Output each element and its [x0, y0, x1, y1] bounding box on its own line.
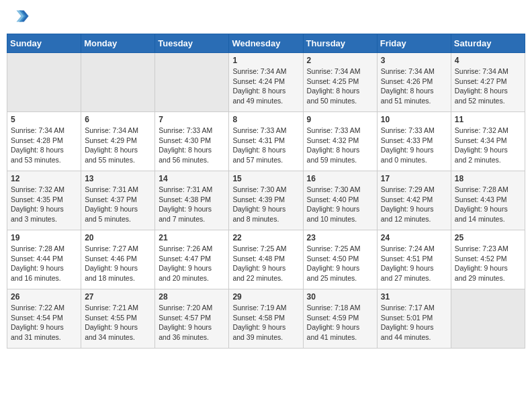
day-info: Sunrise: 7:34 AM Sunset: 4:25 PM Dayligh…	[307, 66, 373, 106]
calendar-cell: 28Sunrise: 7:20 AM Sunset: 4:57 PM Dayli…	[155, 289, 229, 349]
calendar-cell: 15Sunrise: 7:30 AM Sunset: 4:39 PM Dayli…	[229, 171, 303, 230]
calendar-cell: 1Sunrise: 7:34 AM Sunset: 4:24 PM Daylig…	[229, 53, 303, 112]
day-number: 24	[381, 233, 447, 242]
calendar-cell: 29Sunrise: 7:19 AM Sunset: 4:58 PM Dayli…	[229, 289, 303, 349]
day-number: 2	[307, 56, 373, 65]
day-info: Sunrise: 7:32 AM Sunset: 4:34 PM Dayligh…	[455, 126, 521, 165]
calendar-cell: 5Sunrise: 7:34 AM Sunset: 4:28 PM Daylig…	[7, 112, 81, 171]
weekday-header-thursday: Thursday	[303, 34, 377, 53]
day-info: Sunrise: 7:30 AM Sunset: 4:40 PM Dayligh…	[307, 185, 373, 224]
day-number: 29	[232, 292, 299, 302]
day-info: Sunrise: 7:19 AM Sunset: 4:58 PM Dayligh…	[232, 303, 299, 342]
day-info: Sunrise: 7:17 AM Sunset: 5:01 PM Dayligh…	[381, 303, 447, 342]
day-number: 8	[232, 115, 299, 124]
day-info: Sunrise: 7:28 AM Sunset: 4:43 PM Dayligh…	[455, 185, 521, 224]
calendar-cell: 16Sunrise: 7:30 AM Sunset: 4:40 PM Dayli…	[303, 171, 377, 230]
day-number: 3	[381, 56, 447, 65]
day-info: Sunrise: 7:29 AM Sunset: 4:42 PM Dayligh…	[381, 185, 447, 224]
calendar-cell: 22Sunrise: 7:25 AM Sunset: 4:48 PM Dayli…	[229, 230, 303, 289]
day-info: Sunrise: 7:31 AM Sunset: 4:38 PM Dayligh…	[159, 185, 225, 224]
calendar-cell: 9Sunrise: 7:33 AM Sunset: 4:32 PM Daylig…	[303, 112, 377, 171]
day-info: Sunrise: 7:23 AM Sunset: 4:52 PM Dayligh…	[455, 244, 521, 283]
weekday-header-wednesday: Wednesday	[229, 34, 303, 53]
day-info: Sunrise: 7:24 AM Sunset: 4:51 PM Dayligh…	[381, 244, 447, 283]
calendar-cell: 30Sunrise: 7:18 AM Sunset: 4:59 PM Dayli…	[303, 289, 377, 349]
calendar-cell	[155, 53, 229, 112]
calendar-cell: 20Sunrise: 7:27 AM Sunset: 4:46 PM Dayli…	[81, 230, 155, 289]
day-number: 7	[159, 115, 225, 124]
calendar-cell: 7Sunrise: 7:33 AM Sunset: 4:30 PM Daylig…	[155, 112, 229, 171]
day-info: Sunrise: 7:33 AM Sunset: 4:33 PM Dayligh…	[381, 126, 447, 165]
weekday-header-friday: Friday	[377, 34, 451, 53]
day-info: Sunrise: 7:32 AM Sunset: 4:35 PM Dayligh…	[11, 185, 77, 224]
day-number: 18	[455, 174, 521, 183]
day-number: 1	[232, 56, 299, 65]
calendar-cell: 25Sunrise: 7:23 AM Sunset: 4:52 PM Dayli…	[451, 230, 525, 289]
logo	[9, 7, 30, 28]
day-info: Sunrise: 7:34 AM Sunset: 4:28 PM Dayligh…	[11, 126, 77, 165]
weekday-header-saturday: Saturday	[451, 34, 525, 53]
calendar-cell: 27Sunrise: 7:21 AM Sunset: 4:55 PM Dayli…	[81, 289, 155, 349]
day-number: 27	[85, 292, 151, 302]
calendar-cell: 17Sunrise: 7:29 AM Sunset: 4:42 PM Dayli…	[377, 171, 451, 230]
day-number: 10	[381, 115, 447, 124]
calendar-cell: 6Sunrise: 7:34 AM Sunset: 4:29 PM Daylig…	[81, 112, 155, 171]
day-info: Sunrise: 7:25 AM Sunset: 4:48 PM Dayligh…	[232, 244, 299, 283]
calendar-cell: 23Sunrise: 7:25 AM Sunset: 4:50 PM Dayli…	[303, 230, 377, 289]
calendar-cell: 2Sunrise: 7:34 AM Sunset: 4:25 PM Daylig…	[303, 53, 377, 112]
page-header	[7, 7, 525, 28]
calendar-cell: 26Sunrise: 7:22 AM Sunset: 4:54 PM Dayli…	[7, 289, 81, 349]
calendar-cell: 24Sunrise: 7:24 AM Sunset: 4:51 PM Dayli…	[377, 230, 451, 289]
day-number: 14	[159, 174, 225, 183]
day-number: 16	[307, 174, 373, 183]
day-info: Sunrise: 7:18 AM Sunset: 4:59 PM Dayligh…	[307, 303, 373, 342]
day-number: 21	[159, 233, 225, 242]
calendar-table: SundayMondayTuesdayWednesdayThursdayFrid…	[7, 34, 525, 349]
calendar-cell: 12Sunrise: 7:32 AM Sunset: 4:35 PM Dayli…	[7, 171, 81, 230]
day-number: 23	[307, 233, 373, 242]
calendar-cell: 18Sunrise: 7:28 AM Sunset: 4:43 PM Dayli…	[451, 171, 525, 230]
day-info: Sunrise: 7:33 AM Sunset: 4:32 PM Dayligh…	[307, 126, 373, 165]
day-info: Sunrise: 7:34 AM Sunset: 4:24 PM Dayligh…	[232, 66, 299, 106]
calendar-cell	[7, 53, 81, 112]
day-number: 19	[11, 233, 77, 242]
day-number: 20	[85, 233, 151, 242]
day-info: Sunrise: 7:33 AM Sunset: 4:30 PM Dayligh…	[159, 126, 225, 165]
day-info: Sunrise: 7:31 AM Sunset: 4:37 PM Dayligh…	[85, 185, 151, 224]
day-number: 9	[307, 115, 373, 124]
day-info: Sunrise: 7:27 AM Sunset: 4:46 PM Dayligh…	[85, 244, 151, 283]
day-info: Sunrise: 7:25 AM Sunset: 4:50 PM Dayligh…	[307, 244, 373, 283]
calendar-cell: 31Sunrise: 7:17 AM Sunset: 5:01 PM Dayli…	[377, 289, 451, 349]
calendar-cell: 11Sunrise: 7:32 AM Sunset: 4:34 PM Dayli…	[451, 112, 525, 171]
calendar-cell	[451, 289, 525, 349]
day-number: 26	[11, 292, 77, 302]
day-number: 4	[455, 56, 521, 65]
calendar-cell: 19Sunrise: 7:28 AM Sunset: 4:44 PM Dayli…	[7, 230, 81, 289]
day-number: 15	[232, 174, 299, 183]
day-number: 22	[232, 233, 299, 242]
calendar-cell: 21Sunrise: 7:26 AM Sunset: 4:47 PM Dayli…	[155, 230, 229, 289]
day-info: Sunrise: 7:26 AM Sunset: 4:47 PM Dayligh…	[159, 244, 225, 283]
weekday-header-sunday: Sunday	[7, 34, 81, 53]
day-info: Sunrise: 7:34 AM Sunset: 4:27 PM Dayligh…	[455, 66, 521, 106]
day-info: Sunrise: 7:20 AM Sunset: 4:57 PM Dayligh…	[159, 303, 225, 342]
day-number: 6	[85, 115, 151, 124]
day-number: 5	[11, 115, 77, 124]
day-number: 30	[307, 292, 373, 302]
day-number: 12	[11, 174, 77, 183]
day-info: Sunrise: 7:22 AM Sunset: 4:54 PM Dayligh…	[11, 303, 77, 342]
logo-icon	[11, 7, 30, 26]
day-number: 11	[455, 115, 521, 124]
day-number: 13	[85, 174, 151, 183]
day-info: Sunrise: 7:21 AM Sunset: 4:55 PM Dayligh…	[85, 303, 151, 342]
day-number: 17	[381, 174, 447, 183]
calendar-cell: 8Sunrise: 7:33 AM Sunset: 4:31 PM Daylig…	[229, 112, 303, 171]
calendar-cell: 10Sunrise: 7:33 AM Sunset: 4:33 PM Dayli…	[377, 112, 451, 171]
day-info: Sunrise: 7:34 AM Sunset: 4:29 PM Dayligh…	[85, 126, 151, 165]
day-number: 25	[455, 233, 521, 242]
day-number: 28	[159, 292, 225, 302]
calendar-cell: 4Sunrise: 7:34 AM Sunset: 4:27 PM Daylig…	[451, 53, 525, 112]
day-info: Sunrise: 7:28 AM Sunset: 4:44 PM Dayligh…	[11, 244, 77, 283]
day-number: 31	[381, 292, 447, 302]
weekday-header-tuesday: Tuesday	[155, 34, 229, 53]
